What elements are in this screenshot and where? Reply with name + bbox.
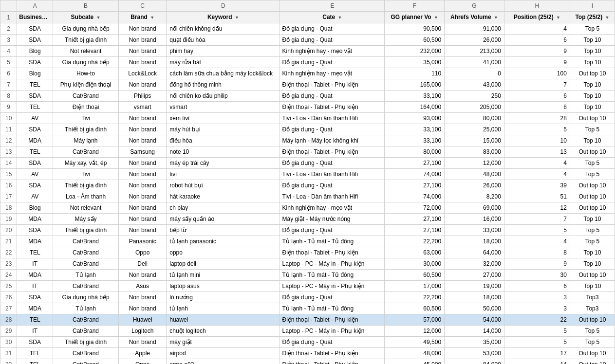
table-row[interactable]: 22TELCat/BrandOppooppoĐiện thoại - Table… [0,247,615,258]
filter-icon-b[interactable]: ▼ [96,15,101,20]
header-keyword[interactable]: Keyword ▼ [167,12,280,23]
table-row[interactable]: 6BlogHow-toLock&Lockcách làm sữa chua bằ… [0,68,615,79]
top-cell: Out top 10 [570,314,615,326]
business-line-cell: SDA [17,35,53,46]
gg-planner-cell: 30,000 [385,258,445,270]
gg-planner-cell: 17,000 [385,281,445,292]
col-letter-f[interactable]: F [385,0,445,12]
col-letter-i[interactable]: I [570,0,615,12]
table-row[interactable]: 4BlogNot relevantNon brandphim hayKinh n… [0,46,615,57]
table-row[interactable]: 20SDAThiết bị gia đìnhNon brandbếp từĐồ … [0,225,615,236]
col-letter-h[interactable]: H [504,0,570,12]
filter-icon-g[interactable]: ▼ [494,15,498,20]
corner-cell [0,0,17,12]
filter-icon-i[interactable]: ▼ [605,15,610,20]
table-row[interactable]: 5SDAGia dụng nhà bếpNon brandmáy rửa bát… [0,57,615,68]
header-cate[interactable]: Cate ▼ [280,12,385,23]
table-row[interactable]: 32TELCat/BrandOppooppo a92Điện thoại - T… [0,359,615,364]
subcate-cell: Cat/Brand [53,281,119,292]
filter-icon-d[interactable]: ▼ [235,15,239,20]
brand-cell: Samsung [119,146,167,158]
ahrefs-cell: 41,000 [445,57,504,68]
row-num-6: 6 [0,68,17,79]
col-letter-c[interactable]: C [119,0,167,12]
top-cell: Top 5 [570,169,615,180]
ahrefs-cell: 84,000 [445,359,504,364]
cate-cell: Tủ lạnh - Tủ mát - Tủ đông [280,270,385,281]
position-cell: 28 [504,113,570,124]
col-letter-a[interactable]: A [17,0,53,12]
top-cell: Top 10 [570,281,615,292]
top-cell: Out top 10 [570,180,615,191]
position-cell: 5 [504,225,570,236]
filter-icon-e[interactable]: ▼ [338,15,342,20]
table-row[interactable]: 13TELCat/BrandSamsungnote 10Điện thoại -… [0,146,615,158]
business-line-cell: TEL [17,247,53,258]
table-row[interactable]: 16SDAThiết bị gia đìnhNon brandrobot hút… [0,180,615,191]
header-subcate[interactable]: Subcate ▼ [53,12,119,23]
brand-cell: Non brand [119,46,167,57]
table-row[interactable]: 24MDATủ lạnhNon brandtủ lạnh miniTủ lạnh… [0,270,615,281]
table-row[interactable]: 9TELĐiện thoạivsmartvsmartĐiện thoại - T… [0,102,615,113]
top-cell: Top 5 [570,124,615,135]
header-business-line[interactable]: Business line ▼ [17,12,53,23]
brand-cell: Non brand [119,124,167,135]
table-row[interactable]: 8SDACat/BrandPhilipsnồi chiên ko dầu phi… [0,91,615,102]
table-row[interactable]: 19MDAMáy sấyNon brandmáy sấy quần áoMáy … [0,214,615,225]
table-row[interactable]: 21MDACat/BrandPanasonictủ lạnh panasonic… [0,236,615,247]
table-row[interactable]: 23ITCat/BrandDelllaptop dellLaptop - PC … [0,258,615,270]
spreadsheet: A B C D E F G H I 1 Business line ▼ Subc… [0,0,615,364]
table-row[interactable]: 3SDAThiết bị gia đìnhNon brandquạt điều … [0,35,615,46]
table-row[interactable]: 2SDAGia dụng nhà bếpNon brandnồi chiên k… [0,23,615,35]
gg-planner-cell: 33,100 [385,91,445,102]
col-letter-g[interactable]: G [445,0,504,12]
table-row[interactable]: 29ITCat/BrandLogitechchuột logitechLapto… [0,326,615,337]
gg-planner-cell: 63,000 [385,247,445,258]
table-row[interactable]: 26SDAGia dụng nhà bếpNon brandlò nướngĐồ… [0,292,615,303]
row-num-4: 4 [0,46,17,57]
row-num-5: 5 [0,57,17,68]
gg-planner-cell: 60,500 [385,270,445,281]
table-row[interactable]: 15AVTiviNon brandtiviTivi - Loa - Dàn âm… [0,169,615,180]
table-row[interactable]: 12MDAMáy lạnhNon brandđiều hòaMáy lạnh -… [0,135,615,146]
business-line-cell: Blog [17,202,53,214]
header-top[interactable]: Top (25/2) ▼ [570,12,615,23]
col-letter-d[interactable]: D [167,0,280,12]
table-row[interactable]: 18BlogNot relevantNon brandch playKinh n… [0,202,615,214]
gg-planner-cell: 27,100 [385,225,445,236]
filter-icon-h[interactable]: ▼ [556,15,560,20]
table-row[interactable]: 30SDAThiết bị gia đìnhNon brandmáy giặtĐ… [0,337,615,348]
row-num-21: 21 [0,236,17,247]
business-line-cell: SDA [17,158,53,169]
subcate-cell: Tủ lạnh [53,270,119,281]
business-line-cell: SDA [17,180,53,191]
data-table: A B C D E F G H I 1 Business line ▼ Subc… [0,0,615,364]
top-cell: Top 10 [570,258,615,270]
filter-icon-f[interactable]: ▼ [434,15,438,20]
position-cell: 14 [504,359,570,364]
table-row[interactable]: 28TELCat/BrandHuaweihuaweiĐiện thoại - T… [0,314,615,326]
table-row[interactable]: 31TELCat/BrandAppleairpodĐiện thoại - Ta… [0,348,615,359]
subcate-cell: Not relevant [53,46,119,57]
keyword-cell: tủ lạnh panasonic [167,236,280,247]
keyword-cell: bếp từ [167,225,280,236]
header-gg-planner[interactable]: GG planner Vo ▼ [385,12,445,23]
table-row[interactable]: 25ITCat/BrandAsuslaptop asusLaptop - PC … [0,281,615,292]
brand-cell: Lock&Lock [119,68,167,79]
cate-cell: Laptop - PC - Máy in - Phụ kiện [280,281,385,292]
filter-icon-c[interactable]: ▼ [150,15,154,20]
header-ahrefs[interactable]: Ahrefs Volume ▼ [445,12,504,23]
cate-cell: Điện thoại - Tablet - Phụ kiện [280,102,385,113]
table-row[interactable]: 11SDAThiết bị gia đìnhNon brandmáy hút b… [0,124,615,135]
header-brand[interactable]: Brand ▼ [119,12,167,23]
table-row[interactable]: 27MDATủ lạnhNon brandtủ lạnhTủ lạnh - Tủ… [0,303,615,314]
row-num-16: 16 [0,180,17,191]
col-letter-b[interactable]: B [53,0,119,12]
table-row[interactable]: 7TELPhụ kiện điện thoạiNon brandđồng hồ … [0,79,615,91]
table-row[interactable]: 10AVTiviNon brandxem tiviTivi - Loa - Dà… [0,113,615,124]
col-letter-e[interactable]: E [280,0,385,12]
position-cell: 4 [504,169,570,180]
table-row[interactable]: 14SDAMáy xay, vắt, épNon brandmáy ép trá… [0,158,615,169]
header-position[interactable]: Position (25/2) ▼ [504,12,570,23]
table-row[interactable]: 17AVLoa - Âm thanhNon brandhát karaokeTi… [0,191,615,202]
